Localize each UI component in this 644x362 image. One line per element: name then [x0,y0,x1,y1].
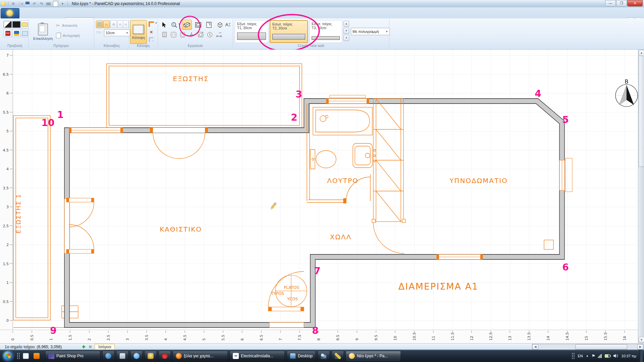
wall-mode-combo[interactable]: Με πολυγραμμή ▼ [351,28,390,35]
appliance-tool[interactable] [197,31,205,39]
export-pdf-button[interactable]: PDF [3,29,12,37]
network-icon[interactable] [598,354,602,358]
electrical-icon: ∞ [233,353,239,359]
wall-list-scroll-up[interactable]: ▲ [343,21,349,27]
volume-icon[interactable] [613,354,618,358]
taskbar-button-ie[interactable] [130,351,143,361]
zoom-tool[interactable] [170,20,178,29]
title-bar[interactable]: ⚙ ⋮≡ ↶ ↷ ▼ Νέο έργο * - PanelCAD για εγκ… [0,0,644,8]
sensor-tool[interactable]: S [206,31,214,39]
text-tool[interactable]: A⌶ [224,20,232,29]
wall-offset-button[interactable]: -1 [148,36,155,43]
annotation-number-7: 7 [314,265,320,277]
wall-type-T3[interactable]: Εσωτ. τοίχοςT3, 10cm [309,20,342,43]
pointer-tool[interactable] [160,20,168,29]
export-image-button[interactable] [21,29,29,37]
snap-axis-button[interactable]: ⊹ [110,20,117,28]
level-tab-ground-floor[interactable]: Ισόγειο [95,344,115,350]
remove-level-icon[interactable]: ✖ [89,345,92,349]
switch-tool[interactable] [178,31,186,39]
taskbar-button-thunderbird[interactable] [102,351,114,361]
paste-button[interactable]: Επικόλληση [32,20,54,44]
chevron-down-icon[interactable]: ▼ [385,30,388,33]
wrench-icon[interactable]: ⚙ [10,1,16,6]
print-preview-icon[interactable] [53,1,58,6]
scroll-down-icon[interactable]: ▼ [639,337,644,343]
window-tool[interactable] [194,20,203,29]
ruler-bottom-label: 11.5 [450,333,455,341]
view-window-button[interactable] [3,20,12,28]
undo-icon[interactable]: ↶ [32,1,37,6]
print-icon[interactable] [46,1,51,6]
view-fullscreen-button[interactable] [12,20,21,28]
taskbar-button-desktop[interactable]: Desktop [287,351,316,361]
taskbar-button-jd[interactable] [145,351,157,361]
wall-list-scroll-page[interactable]: ⇟ [343,35,349,41]
taskbar-button-pencil[interactable] [332,351,344,361]
taskbar-button-electricalinstalla-[interactable]: ∞ElectricalInstalla... [230,351,285,361]
show-desktop-button[interactable] [639,350,643,362]
maximize-button[interactable]: ❐ [616,0,627,6]
view-tooltip-button[interactable] [21,20,29,28]
vertical-scroll-thumb[interactable] [639,56,644,167]
chevron-down-icon[interactable]: ▼ [155,22,157,24]
language-indicator[interactable]: EN [578,354,583,358]
minimize-button[interactable]: — [605,0,616,6]
cut-button[interactable]: ✂ Αποκοπή [56,21,92,30]
snap-object-button[interactable]: ∩ [117,20,123,28]
close-button[interactable]: ✕ [627,0,643,6]
grid-spacing-combo[interactable]: 10cm ▼ [104,29,130,36]
save-icon[interactable] [24,1,30,6]
scroll-up-icon[interactable]: ▲ [639,50,644,56]
chevron-down-icon[interactable]: ▼ [126,32,128,35]
ruler-bottom-label: 6.5 [259,335,264,341]
grid-toggle-button[interactable] [96,20,103,28]
wall-type-T2[interactable]: Εσωτ. τοίχοςT2, 20cm [270,20,308,43]
floorplan-button[interactable]: Κάτοψη [130,20,147,44]
application-menu-button[interactable] [1,8,19,19]
taskbar-button-paint-shop-pro[interactable]: Paint Shop Pro [45,351,100,361]
battery-icon[interactable] [605,354,610,358]
drawing-canvas[interactable]: PLATOS TYPOS YCOS [0,50,638,343]
taskbar-button-label: Desktop [298,354,313,358]
chevron-down-icon[interactable]: ▼ [178,23,180,25]
taskbar-button-stones[interactable] [159,351,171,361]
copy-button[interactable]: Αντιγραφή [56,31,94,40]
horizontal-scroll-thumb[interactable] [575,344,627,350]
pinned-notepad-icon[interactable] [23,353,29,359]
socket-tool[interactable] [169,31,177,39]
ribbon: PDF Προβολή Επικόλληση ✂ Αποκοπή Αντιγρα… [0,18,644,50]
scroll-right-icon[interactable]: ▶ [637,344,643,350]
pinned-media-icon[interactable] [34,353,40,359]
taskbar-button--[interactable]: ξύλα για χαρτα... [173,351,228,361]
wall-corner-button[interactable] [148,20,155,28]
tray-grip [572,353,575,359]
tray-expand-icon[interactable]: ▲ [586,354,589,357]
room-label: ΕΞΩΣΤΗΣ [173,75,209,83]
object-3d-tool[interactable] [215,20,224,29]
wall-type-T1[interactable]: Εξωτ. τοίχοςT1, 30cm [235,20,268,43]
delete-plan-button[interactable]: ✕ [148,28,155,36]
wall-tool[interactable] [182,20,192,30]
export-dwg-button[interactable] [12,29,21,37]
clock[interactable]: 10:37 πμ [621,354,636,358]
horizontal-scrollbar[interactable]: ◀ ▶ [532,344,644,350]
scroll-left-icon[interactable]: ◀ [532,344,538,350]
door-tool[interactable] [205,20,213,29]
taskbar-button-calc[interactable] [116,351,128,361]
panel-list-tool[interactable] [160,31,168,39]
taskbar-button--pa-[interactable]: Νέο έργο * - Pa... [346,351,401,361]
snap-3d-button[interactable]: ∩ [123,20,129,28]
dimension-tool[interactable] [215,31,223,39]
snap-grid-button[interactable]: ∩ [103,20,110,28]
add-level-icon[interactable]: ✚ [82,345,85,349]
action-center-flag-icon[interactable]: ⚑ [592,354,595,358]
toolbar-more-icon[interactable]: ▼ [60,1,65,6]
redo-icon[interactable]: ↷ [39,1,44,6]
start-button[interactable] [3,351,13,361]
project-tree-icon[interactable]: ⋮≡ [17,1,23,6]
taskbar-button-users[interactable] [318,351,330,361]
vertical-scrollbar[interactable]: ▲ ▼ [638,50,644,343]
lamp-tool[interactable] [187,31,196,39]
wall-list-scroll-down[interactable]: ▼ [343,28,349,34]
